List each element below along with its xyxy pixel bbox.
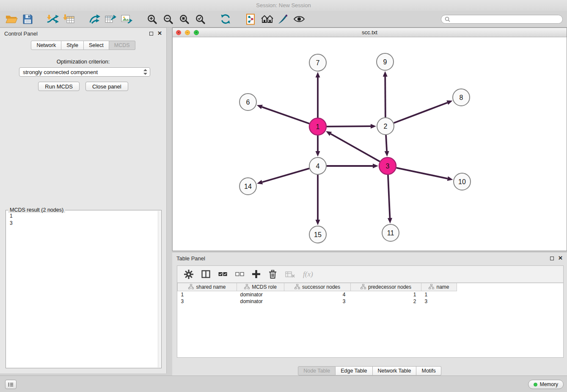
table-mode-button[interactable] xyxy=(184,270,193,279)
plus-icon xyxy=(252,270,260,278)
graph-edge-3-10[interactable] xyxy=(396,168,453,181)
graph-node-4[interactable]: 4 xyxy=(309,157,326,174)
close-table-panel-icon[interactable]: ✕ xyxy=(558,256,563,261)
column-header-successor_nodes[interactable]: successor nodes xyxy=(284,283,351,291)
export-image-button[interactable] xyxy=(118,12,135,26)
select-all-icon xyxy=(218,271,227,278)
float-panel-icon[interactable] xyxy=(149,32,153,36)
graph-node-15[interactable]: 15 xyxy=(309,226,326,243)
search-input[interactable] xyxy=(452,16,559,23)
apply-layout-button[interactable] xyxy=(217,12,234,26)
graph-node-3[interactable]: 3 xyxy=(379,157,396,174)
graph-node-10[interactable]: 10 xyxy=(454,173,471,190)
graph-node-11[interactable]: 11 xyxy=(382,224,399,241)
delete-columns-button[interactable] xyxy=(268,270,277,279)
tab-select[interactable]: Select xyxy=(84,41,109,50)
task-history-button[interactable] xyxy=(5,380,17,389)
svg-text:8: 8 xyxy=(460,94,463,101)
tab-style[interactable]: Style xyxy=(61,41,84,50)
graph-edge-2-8[interactable] xyxy=(394,100,453,123)
network-canvas[interactable]: 7968124314101511 xyxy=(173,38,567,251)
column-header-mcds_role[interactable]: MCDS role xyxy=(237,283,284,291)
function-builder-button[interactable]: f(x) xyxy=(303,270,313,279)
select-all-button[interactable] xyxy=(218,271,227,278)
zoom-selected-button[interactable] xyxy=(192,12,208,26)
zoom-out-icon xyxy=(163,14,173,25)
graph-edge-2-9[interactable] xyxy=(383,71,388,117)
tab-network[interactable]: Network xyxy=(31,41,61,50)
tab-motifs[interactable]: Motifs xyxy=(416,366,441,375)
first-neighbors-icon xyxy=(261,14,273,24)
criterion-value: strongly connected component xyxy=(23,69,143,75)
zoom-selected-icon xyxy=(195,14,206,25)
result-scrollbar[interactable] xyxy=(158,211,161,367)
graph-edge-4-3[interactable] xyxy=(327,164,378,168)
zoom-out-button[interactable] xyxy=(160,12,176,26)
tab-mcds[interactable]: MCDS xyxy=(109,41,135,50)
graph-node-9[interactable]: 9 xyxy=(377,53,394,70)
import-table-button[interactable] xyxy=(61,12,77,26)
graph-edge-4-14[interactable] xyxy=(257,168,309,185)
apply-style-button[interactable] xyxy=(275,12,291,26)
import-network-button[interactable] xyxy=(45,12,61,26)
new-table-icon xyxy=(105,14,116,25)
search-box[interactable] xyxy=(441,15,563,24)
new-table-button[interactable] xyxy=(102,12,118,26)
control-panel: Control Panel ✕ NetworkStyleSelectMCDS O… xyxy=(0,28,167,373)
graph-edge-2-3[interactable] xyxy=(385,135,389,157)
run-mcds-button[interactable]: Run MCDS xyxy=(38,82,80,91)
save-session-button[interactable] xyxy=(19,12,36,26)
graph-edge-1-7[interactable] xyxy=(316,72,320,118)
zoom-fit-button[interactable] xyxy=(176,12,192,26)
graph-node-7[interactable]: 7 xyxy=(309,54,326,71)
tab-network-table[interactable]: Network Table xyxy=(373,366,417,375)
graph-node-1[interactable]: 1 xyxy=(309,118,326,135)
float-table-panel-icon[interactable] xyxy=(550,257,554,260)
new-network-button[interactable] xyxy=(86,12,102,26)
gear-icon xyxy=(184,270,193,279)
window-minimize-button[interactable]: − xyxy=(185,30,190,35)
graph-node-2[interactable]: 2 xyxy=(377,118,394,135)
criterion-dropdown[interactable]: strongly connected component xyxy=(19,67,150,77)
graph-edge-3-11[interactable] xyxy=(388,175,392,224)
close-panel-button[interactable]: Close panel xyxy=(85,82,128,91)
open-session-button[interactable] xyxy=(3,12,19,26)
task-list-icon xyxy=(8,382,14,387)
table-row[interactable]: 3dominator323 xyxy=(178,298,564,305)
window-close-button[interactable]: ✕ xyxy=(176,30,181,35)
memory-status-dot xyxy=(534,383,537,386)
new-column-button[interactable] xyxy=(252,270,260,278)
show-columns-button[interactable] xyxy=(201,270,210,278)
import-network-icon xyxy=(47,14,59,25)
delete-table-button[interactable] xyxy=(285,271,295,278)
close-panel-icon[interactable]: ✕ xyxy=(157,31,162,36)
graph-edge-3-1[interactable] xyxy=(326,131,380,162)
zoom-fit-icon xyxy=(179,14,190,25)
memory-button[interactable]: Memory xyxy=(528,380,564,389)
table-row[interactable]: 1dominator411 xyxy=(178,291,564,298)
graph-node-8[interactable]: 8 xyxy=(453,89,470,106)
show-hide-button[interactable] xyxy=(291,12,307,26)
graph-node-14[interactable]: 14 xyxy=(239,178,256,195)
graph-edge-1-2[interactable] xyxy=(327,124,376,129)
graph-edge-4-15[interactable] xyxy=(316,175,320,225)
window-zoom-button[interactable]: + xyxy=(194,30,199,35)
svg-text:2: 2 xyxy=(384,123,388,130)
control-panel-title: Control Panel xyxy=(4,30,38,37)
network-overview-button[interactable] xyxy=(243,12,259,26)
column-header-predecessor_nodes[interactable]: predecessor nodes xyxy=(351,283,421,291)
tab-node-table[interactable]: Node Table xyxy=(298,366,336,375)
graph-edge-1-4[interactable] xyxy=(316,135,320,157)
network-view-window: ✕ − + scc.txt 7968124314101511 xyxy=(172,28,567,251)
first-neighbors-button[interactable] xyxy=(259,12,275,26)
dropdown-arrows-icon xyxy=(143,69,147,75)
unselect-all-button[interactable] xyxy=(235,271,244,278)
tab-edge-table[interactable]: Edge Table xyxy=(336,366,372,375)
graph-node-6[interactable]: 6 xyxy=(239,94,256,110)
zoom-in-button[interactable] xyxy=(144,12,160,26)
column-header-shared_name[interactable]: shared name xyxy=(178,283,237,291)
eye-icon xyxy=(293,15,305,23)
application-window: Session: New Session xyxy=(0,0,567,392)
column-header-name[interactable]: name xyxy=(421,283,457,291)
graph-edge-1-6[interactable] xyxy=(257,105,309,124)
